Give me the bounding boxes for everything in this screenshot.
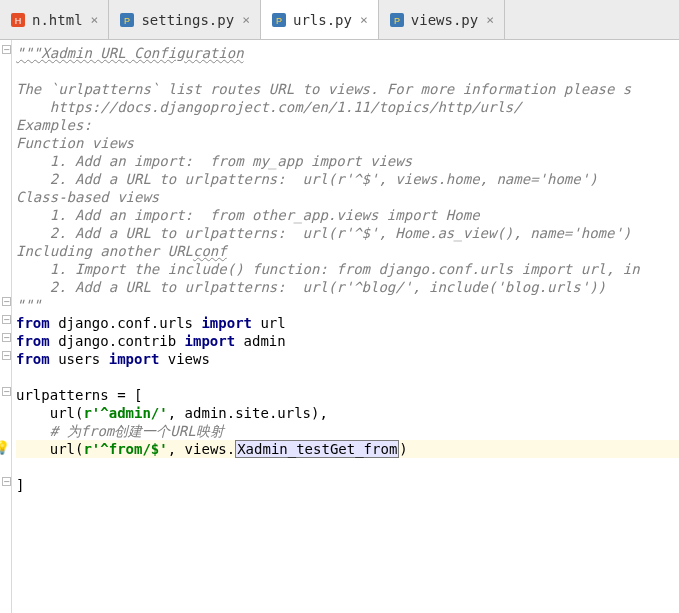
docstring-line: Class-based views bbox=[16, 189, 159, 205]
tab-settings[interactable]: P settings.py × bbox=[109, 0, 261, 39]
code-line: ] bbox=[16, 477, 24, 493]
code-area[interactable]: """Xadmin URL Configuration The `urlpatt… bbox=[12, 40, 679, 613]
fold-toggle-icon[interactable]: − bbox=[2, 351, 11, 360]
close-icon[interactable]: × bbox=[486, 12, 494, 27]
docstring-line: """Xadmin URL Configuration bbox=[16, 45, 244, 61]
docstring-line: 2. Add a URL to urlpatterns: url(r'^$', … bbox=[16, 225, 631, 241]
tab-views[interactable]: P views.py × bbox=[379, 0, 505, 39]
fold-toggle-icon[interactable]: − bbox=[2, 477, 11, 486]
docstring-line: 1. Add an import: from other_app.views i… bbox=[16, 207, 480, 223]
tab-label: urls.py bbox=[293, 12, 352, 28]
svg-text:P: P bbox=[124, 16, 130, 26]
python-file-icon: P bbox=[389, 12, 405, 28]
svg-text:P: P bbox=[394, 16, 400, 26]
svg-text:P: P bbox=[276, 16, 282, 26]
close-icon[interactable]: × bbox=[91, 12, 99, 27]
intention-bulb-icon[interactable]: 💡 bbox=[0, 440, 10, 456]
highlighted-identifier: Xadmin_testGet_from bbox=[235, 440, 399, 458]
gutter[interactable]: − − − − − − 💡 − bbox=[0, 40, 12, 613]
tab-label: n.html bbox=[32, 12, 83, 28]
docstring-line: Including another URLconf bbox=[16, 243, 227, 259]
html-file-icon: H bbox=[10, 12, 26, 28]
docstring-line: 2. Add a URL to urlpatterns: url(r'^blog… bbox=[16, 279, 606, 295]
fold-toggle-icon[interactable]: − bbox=[2, 333, 11, 342]
docstring-line: Examples: bbox=[16, 117, 92, 133]
close-icon[interactable]: × bbox=[360, 12, 368, 27]
svg-text:H: H bbox=[15, 16, 22, 26]
fold-toggle-icon[interactable]: − bbox=[2, 315, 11, 324]
code-line: from django.conf.urls import url bbox=[16, 315, 286, 331]
tab-html[interactable]: H n.html × bbox=[0, 0, 109, 39]
fold-toggle-icon[interactable]: − bbox=[2, 387, 11, 396]
tab-label: settings.py bbox=[141, 12, 234, 28]
tab-urls[interactable]: P urls.py × bbox=[261, 0, 379, 39]
code-line: from django.contrib import admin bbox=[16, 333, 286, 349]
tab-bar: H n.html × P settings.py × P urls.py × P… bbox=[0, 0, 679, 40]
docstring-line: Function views bbox=[16, 135, 134, 151]
active-code-line: url(r'^from/$', views.Xadmin_testGet_fro… bbox=[16, 440, 679, 458]
docstring-line: 1. Import the include() function: from d… bbox=[16, 261, 640, 277]
code-line: from users import views bbox=[16, 351, 210, 367]
docstring-line: https://docs.djangoproject.com/en/1.11/t… bbox=[16, 99, 522, 115]
editor: − − − − − − 💡 − """Xadmin URL Configurat… bbox=[0, 40, 679, 613]
python-file-icon: P bbox=[119, 12, 135, 28]
fold-toggle-icon[interactable]: − bbox=[2, 45, 11, 54]
code-line: url(r'^admin/', admin.site.urls), bbox=[16, 405, 328, 421]
docstring-line: 1. Add an import: from my_app import vie… bbox=[16, 153, 412, 169]
docstring-line: """ bbox=[16, 297, 41, 313]
code-line: urlpatterns = [ bbox=[16, 387, 142, 403]
fold-toggle-icon[interactable]: − bbox=[2, 297, 11, 306]
docstring-line: The `urlpatterns` list routes URL to vie… bbox=[16, 81, 631, 97]
docstring-line: 2. Add a URL to urlpatterns: url(r'^$', … bbox=[16, 171, 598, 187]
close-icon[interactable]: × bbox=[242, 12, 250, 27]
code-line: # 为from创建一个URL映射 bbox=[16, 423, 224, 439]
tab-label: views.py bbox=[411, 12, 478, 28]
python-file-icon: P bbox=[271, 12, 287, 28]
